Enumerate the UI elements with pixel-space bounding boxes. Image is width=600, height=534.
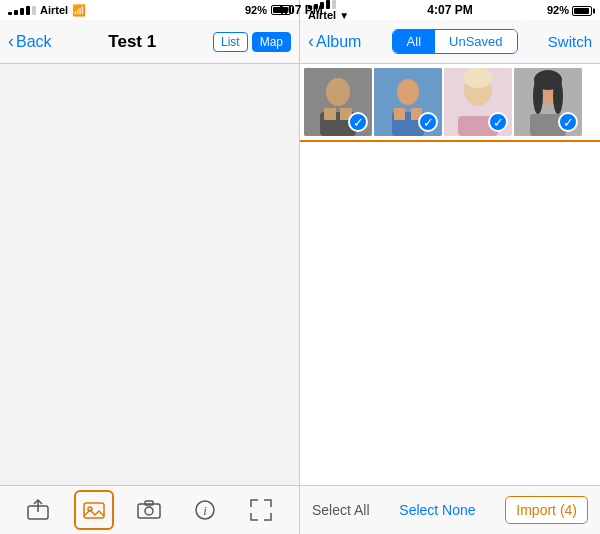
tab-all[interactable]: All xyxy=(393,30,435,53)
tab-unsaved[interactable]: UnSaved xyxy=(435,30,516,53)
signal-icon xyxy=(8,6,36,15)
right-statusbar: Airtel ▼ 4:07 PM 92% xyxy=(300,0,600,20)
filter-tabs: All UnSaved xyxy=(392,29,518,54)
photo-item[interactable]: ✓ xyxy=(304,68,372,136)
select-none-button[interactable]: Select None xyxy=(399,502,475,518)
share-button[interactable] xyxy=(18,490,58,530)
photo-item[interactable]: ✓ xyxy=(374,68,442,136)
svg-rect-11 xyxy=(324,108,336,120)
photo-item[interactable]: ✓ xyxy=(444,68,512,136)
switch-button[interactable]: Switch xyxy=(548,33,592,50)
left-statusbar: Airtel 📶 4:07 PM 92% xyxy=(0,0,299,20)
left-navbar: ‹ Back Test 1 List Map xyxy=(0,20,299,64)
left-panel: Airtel 📶 4:07 PM 92% ‹ Back Test 1 List … xyxy=(0,0,300,534)
svg-point-9 xyxy=(326,78,350,106)
svg-rect-5 xyxy=(145,501,153,505)
select-all-button[interactable]: Select All xyxy=(312,502,370,518)
info-button[interactable]: i xyxy=(185,490,225,530)
album-chevron-icon: ‹ xyxy=(308,31,314,52)
right-content-area xyxy=(300,142,600,485)
right-navbar: ‹ Album All UnSaved Switch xyxy=(300,20,600,64)
left-carrier: Airtel xyxy=(40,4,68,16)
photo-check-3: ✓ xyxy=(488,112,508,132)
right-panel: Airtel ▼ 4:07 PM 92% ‹ Album All UnSaved… xyxy=(300,0,600,534)
photo-grid: ✓ ✓ ✓ xyxy=(300,64,600,142)
back-label: Back xyxy=(16,33,52,51)
right-wifi-icon: ▼ xyxy=(339,10,349,21)
left-wifi-icon: 📶 xyxy=(72,4,86,17)
svg-point-20 xyxy=(463,68,493,88)
left-status-left: Airtel 📶 xyxy=(8,4,86,17)
right-battery-pct: 92% xyxy=(547,4,569,16)
photo-check-2: ✓ xyxy=(418,112,438,132)
left-battery-icon xyxy=(271,5,291,15)
svg-rect-3 xyxy=(138,504,160,518)
left-battery-pct: 92% xyxy=(245,4,267,16)
svg-rect-1 xyxy=(84,503,104,518)
svg-point-4 xyxy=(145,507,153,515)
resize-button[interactable] xyxy=(241,490,281,530)
photo-item[interactable]: ✓ xyxy=(514,68,582,136)
album-back-button[interactable]: ‹ Album xyxy=(308,31,361,52)
nav-toggle-group: List Map xyxy=(213,32,291,52)
svg-point-26 xyxy=(553,78,563,114)
album-back-label: Album xyxy=(316,33,361,51)
list-view-button[interactable]: List xyxy=(213,32,248,52)
photo-check-1: ✓ xyxy=(348,112,368,132)
photo-library-button[interactable] xyxy=(74,490,114,530)
map-view-button[interactable]: Map xyxy=(252,32,291,52)
right-battery-icon xyxy=(572,6,592,16)
back-chevron-icon: ‹ xyxy=(8,31,14,52)
right-status-right: 92% xyxy=(547,4,592,16)
camera-button[interactable] xyxy=(129,490,169,530)
right-time: 4:07 PM xyxy=(427,3,472,17)
left-toolbar: i xyxy=(0,485,299,534)
page-title: Test 1 xyxy=(108,32,156,52)
back-button[interactable]: ‹ Back xyxy=(8,31,52,52)
svg-point-14 xyxy=(397,79,419,105)
left-content-area xyxy=(0,64,299,485)
svg-text:i: i xyxy=(203,503,207,518)
right-bottombar: Select All Select None Import (4) xyxy=(300,485,600,534)
import-button[interactable]: Import (4) xyxy=(505,496,588,524)
left-status-right: 92% xyxy=(245,4,291,16)
photo-check-4: ✓ xyxy=(558,112,578,132)
svg-point-25 xyxy=(533,78,543,114)
svg-rect-16 xyxy=(394,108,405,120)
